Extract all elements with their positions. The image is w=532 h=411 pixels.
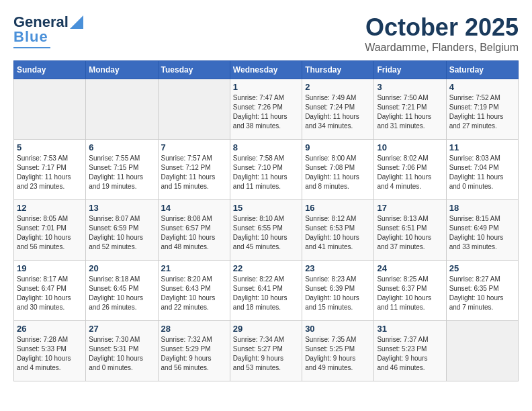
logo-underline: [13, 47, 50, 48]
day-info: Sunrise: 8:00 AM Sunset: 7:08 PM Dayligh…: [305, 154, 371, 191]
table-row: 21Sunrise: 8:20 AM Sunset: 6:43 PM Dayli…: [158, 261, 230, 321]
day-info: Sunrise: 7:52 AM Sunset: 7:19 PM Dayligh…: [449, 93, 515, 131]
day-info: Sunrise: 7:34 AM Sunset: 5:27 PM Dayligh…: [233, 335, 299, 373]
col-friday: Friday: [374, 61, 446, 79]
day-info: Sunrise: 7:32 AM Sunset: 5:29 PM Dayligh…: [161, 335, 227, 373]
day-number: 17: [377, 203, 443, 213]
calendar-week-3: 19Sunrise: 8:17 AM Sunset: 6:47 PM Dayli…: [14, 261, 519, 321]
table-row: 26Sunrise: 7:28 AM Sunset: 5:33 PM Dayli…: [14, 321, 86, 381]
day-number: 10: [377, 142, 443, 152]
col-saturday: Saturday: [446, 61, 518, 79]
day-number: 20: [89, 263, 154, 273]
table-row: 22Sunrise: 8:22 AM Sunset: 6:41 PM Dayli…: [230, 261, 302, 321]
day-number: 3: [377, 82, 443, 92]
table-row: 30Sunrise: 7:35 AM Sunset: 5:25 PM Dayli…: [302, 321, 374, 381]
day-info: Sunrise: 8:08 AM Sunset: 6:57 PM Dayligh…: [161, 214, 227, 252]
day-info: Sunrise: 7:53 AM Sunset: 7:17 PM Dayligh…: [17, 154, 83, 191]
day-info: Sunrise: 7:58 AM Sunset: 7:10 PM Dayligh…: [233, 154, 299, 191]
day-number: 1: [233, 82, 299, 92]
calendar-table: Sunday Monday Tuesday Wednesday Thursday…: [13, 60, 519, 381]
table-row: [446, 321, 518, 381]
day-number: 31: [377, 324, 443, 334]
day-number: 25: [449, 263, 515, 273]
day-info: Sunrise: 8:12 AM Sunset: 6:53 PM Dayligh…: [305, 214, 371, 252]
table-row: [158, 79, 230, 140]
day-number: 29: [233, 324, 299, 334]
logo-icon: [70, 15, 83, 29]
day-info: Sunrise: 7:57 AM Sunset: 7:12 PM Dayligh…: [161, 154, 227, 191]
day-number: 21: [161, 263, 227, 273]
col-thursday: Thursday: [302, 61, 374, 79]
day-number: 30: [305, 324, 371, 334]
table-row: 4Sunrise: 7:52 AM Sunset: 7:19 PM Daylig…: [446, 79, 518, 140]
day-number: 13: [89, 203, 154, 213]
day-info: Sunrise: 8:10 AM Sunset: 6:55 PM Dayligh…: [233, 214, 299, 252]
day-number: 19: [17, 263, 83, 273]
day-number: 6: [89, 142, 154, 152]
day-info: Sunrise: 8:25 AM Sunset: 6:37 PM Dayligh…: [377, 275, 443, 312]
day-number: 12: [17, 203, 83, 213]
day-info: Sunrise: 8:23 AM Sunset: 6:39 PM Dayligh…: [305, 275, 371, 312]
day-info: Sunrise: 8:02 AM Sunset: 7:06 PM Dayligh…: [377, 154, 443, 191]
day-number: 22: [233, 263, 299, 273]
calendar-week-2: 12Sunrise: 8:05 AM Sunset: 7:01 PM Dayli…: [14, 200, 519, 261]
day-number: 18: [449, 203, 515, 213]
day-info: Sunrise: 7:28 AM Sunset: 5:33 PM Dayligh…: [17, 335, 83, 373]
table-row: 3Sunrise: 7:50 AM Sunset: 7:21 PM Daylig…: [374, 79, 446, 140]
calendar-title: October 2025: [365, 13, 519, 42]
day-info: Sunrise: 7:55 AM Sunset: 7:15 PM Dayligh…: [89, 154, 154, 191]
table-row: 31Sunrise: 7:37 AM Sunset: 5:23 PM Dayli…: [374, 321, 446, 381]
title-block: October 2025 Waardamme, Flanders, Belgiu…: [365, 13, 519, 54]
table-row: 27Sunrise: 7:30 AM Sunset: 5:31 PM Dayli…: [86, 321, 158, 381]
table-row: 13Sunrise: 8:07 AM Sunset: 6:59 PM Dayli…: [86, 200, 158, 261]
table-row: 16Sunrise: 8:12 AM Sunset: 6:53 PM Dayli…: [302, 200, 374, 261]
day-number: 26: [17, 324, 83, 334]
table-row: 19Sunrise: 8:17 AM Sunset: 6:47 PM Dayli…: [14, 261, 86, 321]
day-number: 24: [377, 263, 443, 273]
day-info: Sunrise: 7:49 AM Sunset: 7:24 PM Dayligh…: [305, 93, 371, 131]
svg-marker-0: [70, 15, 83, 29]
day-number: 15: [233, 203, 299, 213]
table-row: 25Sunrise: 8:27 AM Sunset: 6:35 PM Dayli…: [446, 261, 518, 321]
day-number: 4: [449, 82, 515, 92]
table-row: 11Sunrise: 8:03 AM Sunset: 7:04 PM Dayli…: [446, 140, 518, 200]
table-row: 18Sunrise: 8:15 AM Sunset: 6:49 PM Dayli…: [446, 200, 518, 261]
table-row: 8Sunrise: 7:58 AM Sunset: 7:10 PM Daylig…: [230, 140, 302, 200]
table-row: [86, 79, 158, 140]
day-number: 16: [305, 203, 371, 213]
table-row: [14, 79, 86, 140]
table-row: 9Sunrise: 8:00 AM Sunset: 7:08 PM Daylig…: [302, 140, 374, 200]
table-row: 10Sunrise: 8:02 AM Sunset: 7:06 PM Dayli…: [374, 140, 446, 200]
col-monday: Monday: [86, 61, 158, 79]
day-info: Sunrise: 8:07 AM Sunset: 6:59 PM Dayligh…: [89, 214, 154, 252]
day-number: 7: [161, 142, 227, 152]
table-row: 2Sunrise: 7:49 AM Sunset: 7:24 PM Daylig…: [302, 79, 374, 140]
table-row: 28Sunrise: 7:32 AM Sunset: 5:29 PM Dayli…: [158, 321, 230, 381]
day-info: Sunrise: 7:35 AM Sunset: 5:25 PM Dayligh…: [305, 335, 371, 373]
page-header: General Blue October 2025 Waardamme, Fla…: [13, 13, 519, 54]
table-row: 24Sunrise: 8:25 AM Sunset: 6:37 PM Dayli…: [374, 261, 446, 321]
day-info: Sunrise: 7:47 AM Sunset: 7:26 PM Dayligh…: [233, 93, 299, 131]
day-number: 23: [305, 263, 371, 273]
calendar-header-row: Sunday Monday Tuesday Wednesday Thursday…: [14, 61, 519, 79]
day-number: 28: [161, 324, 227, 334]
table-row: 15Sunrise: 8:10 AM Sunset: 6:55 PM Dayli…: [230, 200, 302, 261]
day-info: Sunrise: 8:22 AM Sunset: 6:41 PM Dayligh…: [233, 275, 299, 312]
day-number: 27: [89, 324, 154, 334]
day-info: Sunrise: 8:18 AM Sunset: 6:45 PM Dayligh…: [89, 275, 154, 312]
day-info: Sunrise: 8:03 AM Sunset: 7:04 PM Dayligh…: [449, 154, 515, 191]
day-number: 2: [305, 82, 371, 92]
day-number: 11: [449, 142, 515, 152]
day-number: 9: [305, 142, 371, 152]
table-row: 14Sunrise: 8:08 AM Sunset: 6:57 PM Dayli…: [158, 200, 230, 261]
calendar-week-4: 26Sunrise: 7:28 AM Sunset: 5:33 PM Dayli…: [14, 321, 519, 381]
calendar-week-0: 1Sunrise: 7:47 AM Sunset: 7:26 PM Daylig…: [14, 79, 519, 140]
day-info: Sunrise: 7:30 AM Sunset: 5:31 PM Dayligh…: [89, 335, 154, 373]
col-wednesday: Wednesday: [230, 61, 302, 79]
day-info: Sunrise: 8:13 AM Sunset: 6:51 PM Dayligh…: [377, 214, 443, 252]
table-row: 23Sunrise: 8:23 AM Sunset: 6:39 PM Dayli…: [302, 261, 374, 321]
day-info: Sunrise: 8:17 AM Sunset: 6:47 PM Dayligh…: [17, 275, 83, 312]
table-row: 20Sunrise: 8:18 AM Sunset: 6:45 PM Dayli…: [86, 261, 158, 321]
day-number: 5: [17, 142, 83, 152]
col-sunday: Sunday: [14, 61, 86, 79]
